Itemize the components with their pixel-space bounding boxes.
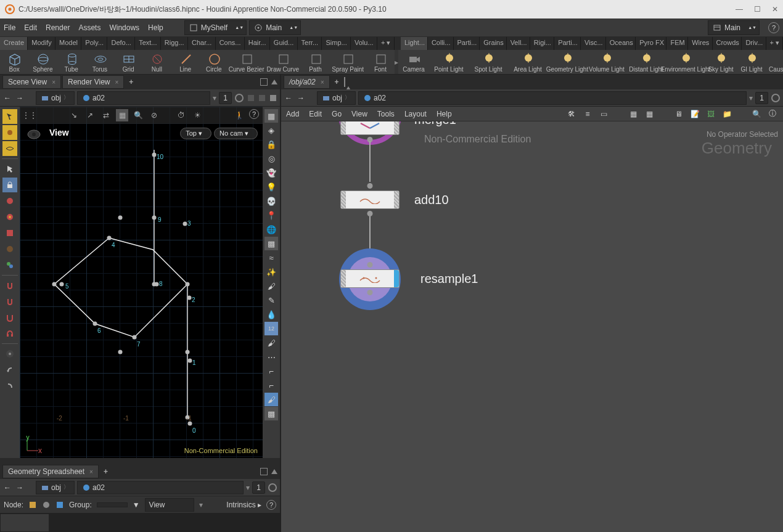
snap-prim-icon[interactable] (2, 226, 17, 240)
tooltab[interactable]: Text... (135, 37, 161, 50)
tooltab[interactable]: Colli... (428, 37, 454, 50)
tool-line[interactable]: Line (171, 50, 200, 74)
tooltab[interactable]: Modify (28, 37, 55, 50)
tab-scene-view[interactable]: Scene View× (2, 75, 61, 89)
shelf-selector-main2[interactable]: Main ▲▼ (708, 20, 760, 35)
grid-menu-icon[interactable]: ⋮⋮ (23, 109, 36, 121)
wrench-icon[interactable]: 🛠 (566, 108, 577, 120)
wand-icon[interactable]: ✨ (264, 265, 278, 279)
close-tab-icon[interactable]: × (115, 79, 118, 86)
tool-arrow-icon[interactable] (2, 162, 17, 176)
tab-geometry-spreadsheet[interactable]: Geometry Spreadsheet× (2, 465, 99, 478)
path-node[interactable]: a02 (77, 91, 210, 105)
tool-area-light[interactable]: Area Light (508, 50, 547, 74)
path-root[interactable]: obj〉 (36, 91, 75, 105)
tool-path[interactable]: Path (301, 50, 329, 74)
tool-sky-light[interactable]: Sky Light (705, 50, 736, 74)
attr-type-icon[interactable] (28, 501, 37, 509)
opt-icon[interactable]: ⋯ (264, 350, 278, 364)
tooltab[interactable]: Defo... (107, 37, 135, 50)
tooltab-lights[interactable]: Light... (401, 37, 428, 50)
tooltab-add[interactable]: + ▾ (377, 37, 395, 50)
path-node[interactable]: a02 (358, 91, 747, 105)
undo-icon[interactable] (2, 362, 17, 377)
tooltab[interactable]: Wires (688, 37, 712, 50)
tooltab[interactable]: Guid... (270, 37, 298, 50)
node-add10[interactable]: add10 (340, 190, 400, 209)
attr-type-icon[interactable] (55, 501, 64, 509)
bulb-icon[interactable]: 💡 (264, 180, 278, 194)
close-tab-icon[interactable]: × (321, 79, 324, 86)
close-button[interactable]: ✕ (772, 5, 778, 14)
tooltab[interactable]: Visc... (581, 37, 606, 50)
monitor-icon[interactable]: 🖥 (673, 108, 684, 120)
add-tab-button[interactable]: + (331, 76, 343, 88)
person-icon[interactable]: 🚶 (233, 109, 245, 121)
help-icon[interactable]: ? (768, 22, 779, 33)
tool-gi-light[interactable]: GI Light (736, 50, 767, 74)
tooltab-create[interactable]: Create (0, 37, 28, 50)
tool-draw-curve[interactable]: Draw Curve (264, 50, 301, 74)
path-root[interactable]: obj〉 (36, 481, 75, 494)
record-icon[interactable] (771, 93, 781, 103)
menu-edit[interactable]: Edit (24, 23, 37, 32)
pin-number[interactable]: 1 (219, 92, 232, 104)
nav-fwd-icon[interactable]: → (296, 94, 306, 102)
tool-tube[interactable]: Tube (57, 50, 86, 74)
dropper-icon[interactable]: 💧 (264, 308, 278, 321)
tool-caustic-light[interactable]: Caustic Light (767, 50, 783, 74)
tool-torus[interactable]: Torus (86, 50, 114, 74)
menu-help[interactable]: Help (148, 23, 163, 32)
network-canvas[interactable]: Geometry No Operator Selected Non-Commer… (281, 121, 783, 532)
view-orientation-dropdown[interactable]: Top ▾ (180, 128, 211, 139)
output-port[interactable] (367, 290, 373, 295)
tool-environment-light[interactable]: Environment Light (666, 50, 705, 74)
tool-volume-light[interactable]: Volume Light (587, 50, 626, 74)
grid2-icon[interactable]: ▦ (644, 108, 655, 120)
image-icon[interactable]: 🖼 (705, 108, 716, 120)
tool-font[interactable]: Font (366, 50, 395, 74)
snap-point-icon[interactable] (2, 194, 17, 208)
opt1-icon[interactable] (247, 94, 255, 102)
vp-ico[interactable]: ⊘ (148, 109, 160, 121)
tooltab[interactable]: Grains (480, 37, 506, 50)
clock-icon[interactable]: ⏱ (175, 109, 187, 121)
tab-network[interactable]: /obj/a02× (284, 75, 330, 89)
skull-icon[interactable]: 💀 (264, 194, 278, 208)
add-tab-button[interactable]: + (125, 76, 137, 88)
list-icon[interactable]: ≡ (582, 108, 593, 120)
net-menu-add[interactable]: Add (286, 110, 299, 118)
opt-icon[interactable]: ⌐ (264, 364, 278, 378)
lock-icon[interactable]: 🔒 (264, 137, 278, 151)
tool-box[interactable]: Box (0, 50, 28, 74)
tooltab[interactable]: Rigi... (530, 37, 554, 50)
minimize-button[interactable]: — (736, 5, 743, 14)
filter-icon[interactable]: ▼ (133, 501, 140, 509)
ghost-icon[interactable]: 👻 (264, 166, 278, 179)
pencil-icon[interactable]: ✎ (264, 293, 278, 307)
tooltab[interactable]: Parti... (554, 37, 581, 50)
redo-icon[interactable] (2, 379, 17, 393)
tool-view-icon[interactable] (2, 141, 17, 156)
search-icon[interactable]: 🔍 (751, 108, 762, 120)
display-opt-icon[interactable]: ▦ (264, 109, 278, 123)
record-icon[interactable] (234, 93, 244, 103)
info-icon[interactable]: ⓘ (767, 108, 778, 120)
tool-distant-light[interactable]: Distant Light (626, 50, 666, 74)
tooltab[interactable]: Hair... (245, 37, 270, 50)
net-menu-help[interactable]: Help (437, 110, 452, 118)
vp-ico[interactable]: ⇄ (100, 109, 112, 121)
nav-fwd-icon[interactable]: → (15, 483, 25, 492)
display-opt-icon[interactable]: ◎ (264, 152, 278, 165)
tooltab[interactable]: Oceans (606, 37, 636, 50)
snap-vertex-icon[interactable] (2, 242, 17, 256)
camera-widget-icon[interactable] (26, 128, 42, 141)
snap-edge-icon[interactable] (2, 210, 17, 224)
display-opt-icon[interactable]: ◈ (264, 123, 278, 137)
paint-icon[interactable]: 🖌 (264, 393, 278, 406)
gear-dark-icon[interactable] (2, 346, 17, 361)
tool-secure-icon[interactable] (2, 178, 17, 192)
page-icon[interactable]: ▭ (598, 108, 609, 120)
opt3-icon[interactable] (269, 94, 277, 102)
output-port[interactable] (367, 211, 373, 216)
